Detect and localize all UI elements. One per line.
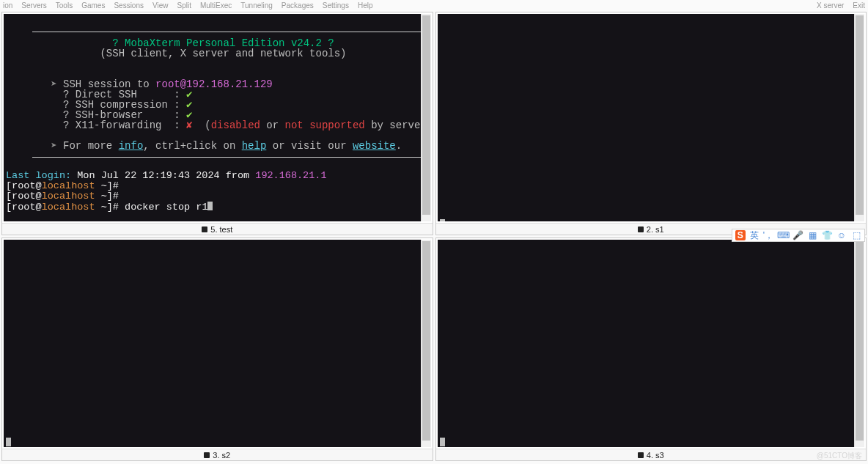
cursor-icon: [207, 202, 213, 210]
face-icon[interactable]: ☺: [836, 230, 847, 240]
menu-view[interactable]: View: [152, 1, 169, 10]
shell-prompt: ~]#: [95, 180, 125, 191]
menu-settings[interactable]: Settings: [323, 1, 349, 10]
tab-label: 3. s2: [213, 451, 230, 460]
terminal-icon: [638, 452, 644, 458]
ime-lang[interactable]: 英: [750, 229, 759, 242]
menu-packages[interactable]: Packages: [282, 1, 314, 10]
grid-icon[interactable]: ▦: [807, 230, 817, 240]
tab-s2[interactable]: 3. s2: [2, 449, 433, 460]
menu-sessions[interactable]: Sessions: [114, 1, 144, 10]
terminal-output[interactable]: ? MobaXterm Personal Edition v24.2 ? (SS…: [4, 14, 421, 221]
banner-subtitle: (SSH client, X server and network tools): [100, 48, 346, 59]
menu-multiexec[interactable]: MultiExec: [200, 1, 232, 10]
scrollbar[interactable]: [421, 240, 431, 447]
pane-s1[interactable]: 2. s1: [435, 12, 867, 235]
pane-test[interactable]: ? MobaXterm Personal Edition v24.2 ? (SS…: [1, 12, 433, 235]
tab-label: 4. s3: [647, 451, 664, 460]
cursor-icon: [6, 438, 11, 446]
menu-help[interactable]: Help: [358, 1, 373, 10]
menu-servers[interactable]: Servers: [21, 1, 46, 10]
tab-label: 2. s1: [647, 225, 664, 234]
tab-test[interactable]: 5. test: [2, 223, 433, 235]
cursor-icon: [440, 219, 445, 221]
help-link[interactable]: help: [242, 140, 267, 152]
menu-ion[interactable]: ion: [3, 1, 12, 10]
menu-bar: ionServersToolsGamesSessionsViewSplitMul…: [0, 0, 868, 10]
menu-tunneling[interactable]: Tunneling: [240, 1, 273, 10]
ime-toolbar[interactable]: S 英 '， ⌨ 🎤 ▦ 👕 ☺ ⬚: [732, 229, 865, 242]
terminal-icon: [204, 452, 210, 458]
apps-icon[interactable]: ⬚: [851, 230, 861, 240]
mic-icon[interactable]: 🎤: [792, 230, 803, 240]
menu-x-server[interactable]: X server: [817, 1, 844, 10]
scrollbar[interactable]: [854, 240, 864, 447]
sogou-logo-icon[interactable]: S: [735, 230, 746, 240]
terminal-icon: [638, 227, 644, 232]
last-login-label: Last login:: [6, 170, 71, 181]
tab-s3[interactable]: 4. s3: [436, 449, 867, 460]
terminal-output[interactable]: [438, 14, 855, 221]
terminal-icon: [202, 227, 207, 232]
terminal-output[interactable]: [438, 240, 855, 447]
ime-punct[interactable]: '，: [763, 229, 773, 242]
info-link[interactable]: info: [119, 140, 144, 152]
website-link[interactable]: website: [353, 140, 396, 152]
terminal-output[interactable]: [4, 240, 421, 447]
last-login-ip: 192.168.21.1: [255, 170, 326, 181]
scrollbar[interactable]: [854, 14, 864, 221]
cursor-icon: [440, 438, 445, 446]
scrollbar[interactable]: [421, 14, 431, 221]
cross-icon: ✘: [186, 119, 192, 131]
shirt-icon[interactable]: 👕: [822, 230, 832, 240]
menu-games[interactable]: Games: [81, 1, 105, 10]
keyboard-icon[interactable]: ⌨: [778, 230, 788, 240]
pane-s2[interactable]: 3. s2: [1, 237, 433, 461]
menu-tools[interactable]: Tools: [56, 1, 73, 10]
tab-label: 5. test: [210, 225, 232, 234]
typed-command: docker stop r1: [125, 202, 207, 213]
menu-exit[interactable]: Exit: [853, 1, 865, 10]
pane-s3[interactable]: 4. s3: [435, 237, 867, 461]
menu-split[interactable]: Split: [177, 1, 191, 10]
watermark: @51CTO博客: [817, 451, 862, 461]
